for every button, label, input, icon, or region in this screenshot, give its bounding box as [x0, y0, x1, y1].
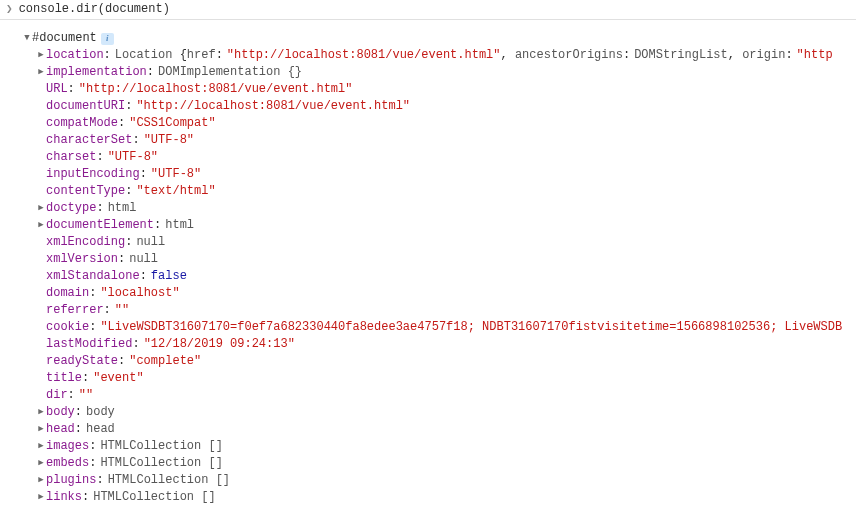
- prop-key: doctype: [46, 200, 96, 217]
- prop-key: inputEncoding: [46, 166, 140, 183]
- prop-row-readystate[interactable]: readyState: "complete": [36, 353, 856, 370]
- prop-row-inputencoding[interactable]: inputEncoding: "UTF-8": [36, 166, 856, 183]
- prop-row-images[interactable]: images: HTMLCollection []: [36, 438, 856, 455]
- prop-key: xmlVersion: [46, 251, 118, 268]
- prop-key: title: [46, 370, 82, 387]
- expand-arrow-icon[interactable]: [22, 30, 32, 47]
- prop-key: cookie: [46, 319, 89, 336]
- prop-value: HTMLCollection []: [108, 472, 230, 489]
- prop-row-dir[interactable]: dir: "": [36, 387, 856, 404]
- prop-value: "CSS1Compat": [129, 115, 215, 132]
- prop-value: "": [115, 302, 129, 319]
- prop-row-characterset[interactable]: characterSet: "UTF-8": [36, 132, 856, 149]
- prop-value: HTMLCollection []: [100, 438, 222, 455]
- expand-arrow-icon[interactable]: [36, 472, 46, 489]
- prop-subkey: href: [187, 47, 216, 64]
- prop-row-title[interactable]: title: "event": [36, 370, 856, 387]
- prop-key: head: [46, 421, 75, 438]
- prop-key: dir: [46, 387, 68, 404]
- prop-value: HTMLCollection []: [93, 489, 215, 506]
- prop-value: html: [165, 217, 194, 234]
- prop-key: charset: [46, 149, 96, 166]
- prop-value: "LiveWSDBT31607170=f0ef7a682330440fa8ede…: [100, 319, 842, 336]
- prop-value: "text/html": [136, 183, 215, 200]
- prop-row-referrer[interactable]: referrer: "": [36, 302, 856, 319]
- prop-key: xmlEncoding: [46, 234, 125, 251]
- prop-row-cookie[interactable]: cookie: "LiveWSDBT31607170=f0ef7a6823304…: [36, 319, 856, 336]
- expand-arrow-icon[interactable]: [36, 64, 46, 81]
- expand-arrow-icon[interactable]: [36, 455, 46, 472]
- prop-row-embeds[interactable]: embeds: HTMLCollection []: [36, 455, 856, 472]
- prop-value: "localhost": [100, 285, 179, 302]
- root-label: #document: [32, 30, 97, 47]
- prop-row-compatmode[interactable]: compatMode: "CSS1Compat": [36, 115, 856, 132]
- prop-key: characterSet: [46, 132, 132, 149]
- prop-subval: "http: [797, 47, 833, 64]
- prop-value: body: [86, 404, 115, 421]
- expand-arrow-icon[interactable]: [36, 200, 46, 217]
- input-chevron-icon: ❯: [6, 2, 13, 15]
- prop-row-xmlencoding[interactable]: xmlEncoding: null: [36, 234, 856, 251]
- prop-row-lastmodified[interactable]: lastModified: "12/18/2019 09:24:13": [36, 336, 856, 353]
- prop-key: images: [46, 438, 89, 455]
- prop-key: documentURI: [46, 98, 125, 115]
- console-input-text: console.dir(document): [19, 2, 170, 16]
- prop-value: "UTF-8": [144, 132, 194, 149]
- prop-subval: DOMStringList: [634, 47, 728, 64]
- info-icon[interactable]: i: [101, 33, 114, 45]
- root-object-row[interactable]: #document i: [22, 30, 856, 47]
- prop-subkey: ancestorOrigins: [515, 47, 623, 64]
- prop-key: lastModified: [46, 336, 132, 353]
- prop-row-head[interactable]: head: head: [36, 421, 856, 438]
- prop-key: contentType: [46, 183, 125, 200]
- expand-arrow-icon[interactable]: [36, 404, 46, 421]
- prop-key: implementation: [46, 64, 147, 81]
- prop-value: html: [108, 200, 137, 217]
- prop-row-doctype[interactable]: doctype: html: [36, 200, 856, 217]
- console-input-bar[interactable]: ❯ console.dir(document): [0, 0, 856, 20]
- prop-row-documentelement[interactable]: documentElement: html: [36, 217, 856, 234]
- prop-value: HTMLCollection []: [100, 455, 222, 472]
- prop-key: referrer: [46, 302, 104, 319]
- prop-key: plugins: [46, 472, 96, 489]
- expand-arrow-icon[interactable]: [36, 47, 46, 64]
- prop-subval: "http://localhost:8081/vue/event.html": [227, 47, 501, 64]
- prop-row-plugins[interactable]: plugins: HTMLCollection []: [36, 472, 856, 489]
- prop-value: DOMImplementation {}: [158, 64, 302, 81]
- prop-key: readyState: [46, 353, 118, 370]
- prop-row-domain[interactable]: domain: "localhost": [36, 285, 856, 302]
- prop-row-xmlstandalone[interactable]: xmlStandalone: false: [36, 268, 856, 285]
- prop-key: xmlStandalone: [46, 268, 140, 285]
- prop-row-location[interactable]: location: Location { href: "http://local…: [36, 47, 856, 64]
- prop-value-type: Location: [115, 47, 180, 64]
- prop-key: URL: [46, 81, 68, 98]
- prop-key: links: [46, 489, 82, 506]
- prop-value: "12/18/2019 09:24:13": [144, 336, 295, 353]
- expand-arrow-icon[interactable]: [36, 421, 46, 438]
- prop-key: embeds: [46, 455, 89, 472]
- prop-key: location: [46, 47, 104, 64]
- prop-value: head: [86, 421, 115, 438]
- prop-value: "UTF-8": [151, 166, 201, 183]
- expand-arrow-icon[interactable]: [36, 217, 46, 234]
- prop-key: body: [46, 404, 75, 421]
- prop-row-implementation[interactable]: implementation: DOMImplementation {}: [36, 64, 856, 81]
- prop-row-url[interactable]: URL: "http://localhost:8081/vue/event.ht…: [36, 81, 856, 98]
- prop-row-xmlversion[interactable]: xmlVersion: null: [36, 251, 856, 268]
- prop-row-body[interactable]: body: body: [36, 404, 856, 421]
- prop-row-links[interactable]: links: HTMLCollection []: [36, 489, 856, 506]
- prop-value: "complete": [129, 353, 201, 370]
- prop-key: domain: [46, 285, 89, 302]
- expand-arrow-icon[interactable]: [36, 438, 46, 455]
- prop-row-contenttype[interactable]: contentType: "text/html": [36, 183, 856, 200]
- expand-arrow-icon[interactable]: [36, 489, 46, 506]
- prop-row-charset[interactable]: charset: "UTF-8": [36, 149, 856, 166]
- prop-key: documentElement: [46, 217, 154, 234]
- prop-value: "http://localhost:8081/vue/event.html": [136, 98, 410, 115]
- prop-key: compatMode: [46, 115, 118, 132]
- prop-value: "event": [93, 370, 143, 387]
- prop-value: "UTF-8": [108, 149, 158, 166]
- prop-value: false: [151, 268, 187, 285]
- console-output: #document i location: Location { href: "…: [0, 20, 856, 506]
- prop-row-documenturi[interactable]: documentURI: "http://localhost:8081/vue/…: [36, 98, 856, 115]
